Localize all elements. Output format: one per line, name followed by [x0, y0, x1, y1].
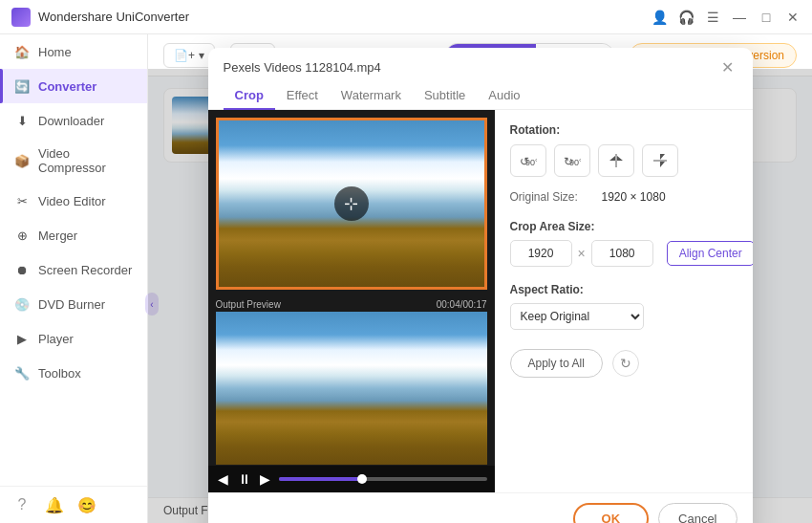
- help-icon[interactable]: ?: [13, 496, 31, 513]
- aspect-ratio-label: Aspect Ratio:: [510, 283, 584, 296]
- sidebar-label-merger: Merger: [38, 229, 77, 243]
- account-icon[interactable]: 😊: [78, 496, 96, 513]
- dialog-title-bar: Pexels Videos 1128104.mp4 ✕: [208, 48, 753, 76]
- svg-text:90°: 90°: [569, 158, 581, 167]
- video-scene-bottom: [216, 312, 487, 465]
- svg-text:90°: 90°: [525, 158, 537, 167]
- next-button[interactable]: ▶: [258, 471, 273, 487]
- progress-fill: [279, 477, 362, 481]
- menu-icon[interactable]: ☰: [705, 10, 720, 25]
- sidebar-label-downloader: Downloader: [38, 114, 104, 128]
- crop-area-label-row: Crop Area Size:: [510, 217, 737, 234]
- crop-width-input[interactable]: [510, 240, 572, 267]
- tab-subtitle[interactable]: Subtitle: [413, 82, 477, 110]
- flip-vertical-button[interactable]: [642, 144, 678, 177]
- flip-horizontal-button[interactable]: [598, 144, 634, 177]
- rotate-ccw-button[interactable]: ↺ 90°: [510, 144, 546, 177]
- dvd-icon: 💿: [13, 295, 31, 313]
- playback-controls: ◀ ⏸ ▶: [208, 466, 495, 492]
- sidebar-footer: ? 🔔 😊: [0, 486, 147, 523]
- rotate-cw-icon: ↻ 90°: [564, 152, 581, 169]
- dialog-overlay: Pexels Videos 1128104.mp4 ✕ Crop Effect …: [148, 69, 812, 523]
- aspect-ratio-select[interactable]: Keep Original 16:9 4:3 1:1 9:16: [510, 303, 644, 330]
- converter-icon: 🔄: [13, 77, 31, 95]
- align-center-button[interactable]: Align Center: [667, 241, 753, 266]
- compressor-icon: 📦: [13, 152, 31, 169]
- dialog-footer: OK Cancel: [208, 492, 753, 523]
- sidebar-label-compressor: Video Compressor: [38, 146, 134, 175]
- sidebar: 🏠 Home 🔄 Converter ⬇ Downloader 📦 Video …: [0, 34, 148, 523]
- sidebar-item-video-compressor[interactable]: 📦 Video Compressor: [0, 138, 147, 184]
- dialog-close-button[interactable]: ✕: [718, 57, 737, 76]
- sidebar-label-editor: Video Editor: [38, 194, 106, 208]
- aspect-ratio-label-row: Aspect Ratio:: [510, 280, 737, 297]
- app-logo: [11, 8, 31, 27]
- size-separator: ×: [578, 246, 586, 261]
- rotation-label: Rotation:: [510, 123, 737, 137]
- rotation-buttons: ↺ 90° ↻ 90°: [510, 144, 737, 177]
- sidebar-label-toolbox: Toolbox: [38, 366, 81, 381]
- original-size-value: 1920 × 1080: [602, 190, 666, 204]
- toolbox-icon: 🔧: [13, 364, 31, 381]
- tab-crop[interactable]: Crop: [224, 82, 275, 110]
- rotate-cw-button[interactable]: ↻ 90°: [554, 144, 590, 177]
- user-icon[interactable]: 👤: [652, 10, 667, 25]
- app-title: Wondershare UniConverter: [38, 10, 652, 24]
- close-button[interactable]: ✕: [785, 10, 801, 25]
- sidebar-item-dvd-burner[interactable]: 💿 DVD Burner ‹: [0, 287, 147, 321]
- notification-icon[interactable]: 🔔: [46, 496, 63, 513]
- flip-h-icon: [608, 152, 625, 169]
- crop-settings-pane: Rotation: ↺ 90° ↻ 90°: [495, 110, 753, 492]
- home-icon: 🏠: [13, 43, 31, 60]
- dialog-tabs: Crop Effect Watermark Subtitle Audio: [208, 76, 753, 110]
- sidebar-label-converter: Converter: [38, 79, 96, 94]
- minimize-button[interactable]: —: [732, 10, 747, 25]
- maximize-button[interactable]: □: [759, 10, 774, 25]
- sidebar-item-screen-recorder[interactable]: ⏺ Screen Recorder: [0, 252, 147, 287]
- move-cursor-icon[interactable]: ⊹: [334, 186, 369, 221]
- sidebar-label-home: Home: [38, 45, 72, 59]
- original-size-row: Original Size: 1920 × 1080: [510, 190, 737, 204]
- add-files-icon: 📄+: [174, 49, 195, 62]
- tab-effect[interactable]: Effect: [275, 82, 330, 110]
- crop-height-input[interactable]: [591, 240, 653, 267]
- cancel-button[interactable]: Cancel: [658, 503, 737, 523]
- merger-icon: ⊕: [13, 227, 31, 244]
- timestamp-label: 00:04/00:17: [437, 299, 487, 310]
- ok-button[interactable]: OK: [573, 503, 650, 523]
- sidebar-item-merger[interactable]: ⊕ Merger: [0, 218, 147, 252]
- player-icon: ▶: [13, 330, 31, 347]
- video-pane: ⊹ Output Preview 00:04/00:17 ◀ ⏸: [208, 110, 495, 492]
- sidebar-label-player: Player: [38, 332, 74, 346]
- apply-row: Apply to All ↻: [510, 349, 737, 378]
- play-pause-button[interactable]: ⏸: [237, 471, 252, 487]
- progress-bar[interactable]: [279, 477, 487, 481]
- prev-button[interactable]: ◀: [216, 471, 231, 487]
- crop-area-label: Crop Area Size:: [510, 220, 595, 233]
- rotate-ccw-icon: ↺ 90°: [520, 152, 537, 169]
- headset-icon[interactable]: 🎧: [678, 10, 694, 25]
- sidebar-item-downloader[interactable]: ⬇ Downloader: [0, 103, 147, 138]
- sidebar-item-player[interactable]: ▶ Player: [0, 321, 147, 356]
- progress-thumb: [357, 474, 367, 484]
- sidebar-item-video-editor[interactable]: ✂ Video Editor: [0, 184, 147, 218]
- sidebar-label-dvd: DVD Burner: [38, 297, 105, 312]
- add-files-button[interactable]: 📄+ ▾: [163, 43, 215, 68]
- apply-to-all-button[interactable]: Apply to All: [510, 349, 603, 378]
- downloader-icon: ⬇: [13, 112, 31, 129]
- sidebar-label-recorder: Screen Recorder: [38, 263, 132, 277]
- window-controls: 👤 🎧 ☰ — □ ✕: [652, 10, 801, 25]
- tab-watermark[interactable]: Watermark: [330, 82, 413, 110]
- crop-dialog: Pexels Videos 1128104.mp4 ✕ Crop Effect …: [208, 48, 753, 523]
- sidebar-item-home[interactable]: 🏠 Home: [0, 34, 147, 69]
- crop-size-inputs: × Align Center: [510, 240, 737, 267]
- dialog-body: ⊹ Output Preview 00:04/00:17 ◀ ⏸: [208, 110, 753, 492]
- sidebar-item-converter[interactable]: 🔄 Converter: [0, 69, 147, 103]
- video-preview-output: [216, 312, 487, 465]
- recorder-icon: ⏺: [13, 261, 31, 278]
- output-preview-label: Output Preview: [216, 299, 281, 310]
- sidebar-item-toolbox[interactable]: 🔧 Toolbox: [0, 356, 147, 390]
- tab-audio[interactable]: Audio: [477, 82, 531, 110]
- preview-labels: Output Preview 00:04/00:17: [208, 297, 495, 312]
- refresh-button[interactable]: ↻: [612, 350, 639, 377]
